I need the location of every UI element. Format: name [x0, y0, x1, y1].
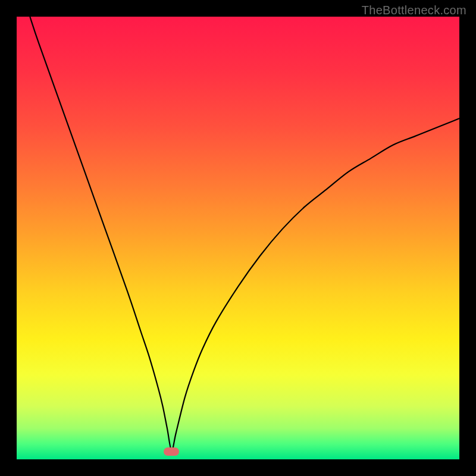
plot-area	[17, 17, 459, 459]
watermark-label: TheBottleneck.com	[362, 4, 466, 17]
bottleneck-curve	[17, 17, 459, 459]
chart-frame: TheBottleneck.com	[0, 0, 476, 476]
optimum-marker	[164, 447, 179, 456]
